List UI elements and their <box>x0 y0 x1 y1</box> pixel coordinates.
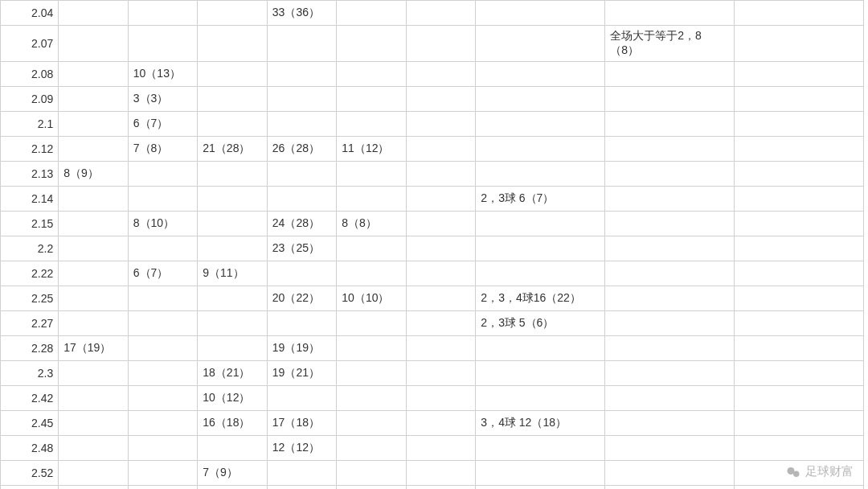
table-cell <box>406 137 476 162</box>
table-cell <box>605 461 735 486</box>
table-cell: 2，3，4球16（22） <box>476 286 605 311</box>
table-cell <box>128 26 198 62</box>
table-cell: 10（13） <box>128 62 198 87</box>
table-cell <box>59 236 129 261</box>
table-cell <box>735 112 864 137</box>
table-cell: 2.09 <box>1 87 59 112</box>
table-cell <box>337 87 407 112</box>
table-cell <box>337 1 407 26</box>
table-cell <box>406 386 476 411</box>
table-cell <box>406 336 476 361</box>
table-cell <box>198 336 268 361</box>
table-cell: 10（12） <box>198 386 268 411</box>
table-cell <box>198 87 268 112</box>
table-cell: 全场大于等于2，8（8） <box>605 26 735 62</box>
table-cell <box>59 286 129 311</box>
table-cell <box>406 1 476 26</box>
table-row: 2.127（8）21（28）26（28）11（12） <box>1 137 864 162</box>
table-cell <box>267 486 337 490</box>
table-cell <box>605 236 735 261</box>
table-cell <box>198 62 268 87</box>
table-cell: 2.13 <box>1 162 59 187</box>
table-cell: 2.25 <box>1 286 59 311</box>
table-cell: 2.22 <box>1 261 59 286</box>
table-cell <box>735 411 864 436</box>
table-cell <box>198 26 268 62</box>
table-cell <box>406 286 476 311</box>
table-cell <box>605 286 735 311</box>
table-row: 2.16（7） <box>1 112 864 137</box>
table-cell <box>735 62 864 87</box>
table-cell <box>337 162 407 187</box>
table-cell <box>406 361 476 386</box>
table-cell <box>59 411 129 436</box>
table-cell: 2.2 <box>1 236 59 261</box>
table-cell <box>605 361 735 386</box>
table-row: 2.0810（13） <box>1 62 864 87</box>
table-cell <box>59 112 129 137</box>
table-cell: 2.12 <box>1 137 59 162</box>
table-cell <box>735 436 864 461</box>
table-cell: 19（19） <box>267 336 337 361</box>
table-cell <box>605 187 735 212</box>
table-cell <box>198 286 268 311</box>
table-cell: 19（21） <box>267 361 337 386</box>
table-cell <box>59 62 129 87</box>
table-cell <box>337 236 407 261</box>
table-cell <box>406 26 476 62</box>
table-cell <box>59 436 129 461</box>
table-row: 2.527（9） <box>1 461 864 486</box>
table-cell <box>605 137 735 162</box>
table-cell <box>605 212 735 236</box>
table-cell <box>59 87 129 112</box>
table-cell <box>476 162 605 187</box>
table-cell <box>476 361 605 386</box>
table-cell <box>267 87 337 112</box>
table-cell <box>337 486 407 490</box>
table-cell: 9（11） <box>198 261 268 286</box>
table-cell: 3（3） <box>128 87 198 112</box>
table-cell <box>337 311 407 336</box>
table-row: 2.093（3） <box>1 87 864 112</box>
table-cell <box>735 486 864 490</box>
table-cell <box>337 187 407 212</box>
table-cell <box>605 336 735 361</box>
table-cell <box>128 411 198 436</box>
table-cell <box>128 436 198 461</box>
table-cell <box>59 311 129 336</box>
table-cell: 8（9） <box>59 162 129 187</box>
table-cell <box>735 311 864 336</box>
table-cell <box>406 261 476 286</box>
table-cell <box>476 62 605 87</box>
table-cell <box>267 112 337 137</box>
table-cell <box>59 26 129 62</box>
table-cell <box>198 112 268 137</box>
table-cell: 17（19） <box>59 336 129 361</box>
table-cell: 33（36） <box>267 1 337 26</box>
table-cell: 10（10） <box>337 286 407 311</box>
table-cell <box>406 212 476 236</box>
table-cell <box>406 87 476 112</box>
table-row: 2.223（25） <box>1 236 864 261</box>
table-cell: 7（9） <box>198 461 268 486</box>
table-cell <box>128 1 198 26</box>
table-row: 2.2520（22）10（10）2，3，4球16（22） <box>1 286 864 311</box>
table-cell <box>59 137 129 162</box>
table-cell <box>476 436 605 461</box>
table-cell <box>59 1 129 26</box>
table-cell <box>735 212 864 236</box>
table-cell: 2.3 <box>1 361 59 386</box>
table-cell: 2，3球 6（7） <box>476 187 605 212</box>
table-cell <box>267 26 337 62</box>
table-cell: 11（12） <box>337 137 407 162</box>
table-cell: 2.1 <box>1 112 59 137</box>
table-cell <box>128 336 198 361</box>
table-cell <box>605 486 735 490</box>
table-cell <box>337 411 407 436</box>
table-cell: 2.15 <box>1 212 59 236</box>
table-cell: 21（28） <box>198 137 268 162</box>
watermark: 足球财富 <box>786 464 854 479</box>
table-cell <box>59 361 129 386</box>
table-cell <box>267 461 337 486</box>
table-cell <box>128 486 198 490</box>
